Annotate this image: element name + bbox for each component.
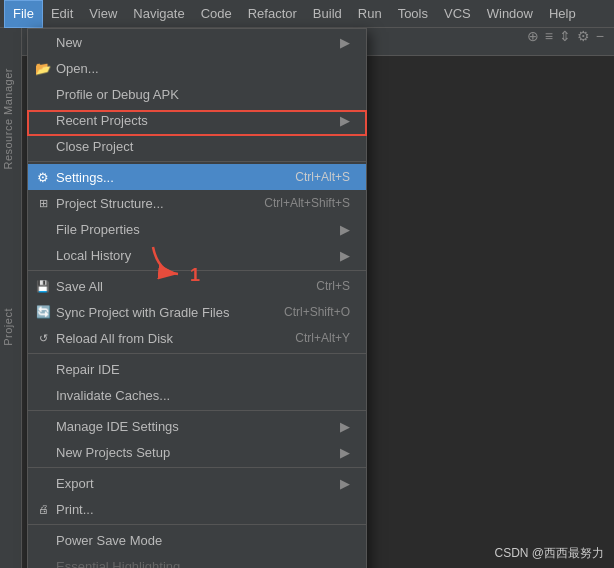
- new-projects-arrow-icon: ▶: [340, 445, 350, 460]
- sync-shortcut: Ctrl+Shift+O: [284, 305, 350, 319]
- menu-item-sync-label: Sync Project with Gradle Files: [56, 305, 229, 320]
- menu-item-new-projects-setup[interactable]: New Projects Setup ▶: [28, 439, 366, 465]
- menu-item-project-structure[interactable]: ⊞ Project Structure... Ctrl+Alt+Shift+S: [28, 190, 366, 216]
- separator-2: [28, 270, 366, 271]
- navigate-menu-label: Navigate: [133, 6, 184, 21]
- menubar-vcs[interactable]: VCS: [436, 0, 479, 28]
- menu-item-essential-highlight: Essential Highlighting: [28, 553, 366, 568]
- menubar-run[interactable]: Run: [350, 0, 390, 28]
- lines-icon[interactable]: ≡: [545, 28, 553, 44]
- menu-item-export[interactable]: Export ▶: [28, 470, 366, 496]
- structure-shortcut: Ctrl+Alt+Shift+S: [264, 196, 350, 210]
- menu-item-invalidate[interactable]: Invalidate Caches...: [28, 382, 366, 408]
- menu-item-profile-debug[interactable]: Profile or Debug APK: [28, 81, 366, 107]
- menu-item-local-history[interactable]: Local History ▶: [28, 242, 366, 268]
- menu-item-manage-ide-label: Manage IDE Settings: [56, 419, 179, 434]
- settings-gear-icon: ⚙: [34, 170, 52, 185]
- menu-item-new-projects-label: New Projects Setup: [56, 445, 170, 460]
- menu-item-open-label: Open...: [56, 61, 99, 76]
- project-tab[interactable]: Project: [2, 308, 14, 346]
- menu-item-highlight-label: Essential Highlighting: [56, 559, 180, 569]
- file-dropdown-menu: New ▶ 📂 Open... Profile or Debug APK Rec…: [27, 28, 367, 568]
- split-icon[interactable]: ⇕: [559, 28, 571, 44]
- menu-item-new-label: New: [56, 35, 82, 50]
- separator-3: [28, 353, 366, 354]
- settings-icon[interactable]: ⚙: [577, 28, 590, 44]
- menubar-view[interactable]: View: [81, 0, 125, 28]
- edit-menu-label: Edit: [51, 6, 73, 21]
- menubar-window[interactable]: Window: [479, 0, 541, 28]
- menu-item-settings[interactable]: ⚙ Settings... Ctrl+Alt+S: [28, 164, 366, 190]
- menubar-code[interactable]: Code: [193, 0, 240, 28]
- tools-menu-label: Tools: [398, 6, 428, 21]
- menu-item-close[interactable]: Close Project: [28, 133, 366, 159]
- menu-item-manage-ide[interactable]: Manage IDE Settings ▶: [28, 413, 366, 439]
- menu-item-print[interactable]: 🖨 Print...: [28, 496, 366, 522]
- separator-6: [28, 524, 366, 525]
- globe-icon[interactable]: ⊕: [527, 28, 539, 44]
- help-menu-label: Help: [549, 6, 576, 21]
- new-arrow-icon: ▶: [340, 35, 350, 50]
- open-icon: 📂: [34, 61, 52, 76]
- menubar-edit[interactable]: Edit: [43, 0, 81, 28]
- editor-toolbar: ⊕ ≡ ⇕ ⚙ −: [527, 28, 604, 44]
- menu-item-profile-label: Profile or Debug APK: [56, 87, 179, 102]
- menu-item-power-save[interactable]: Power Save Mode: [28, 527, 366, 553]
- reload-icon: ↺: [34, 332, 52, 345]
- view-menu-label: View: [89, 6, 117, 21]
- separator-1: [28, 161, 366, 162]
- menu-item-print-label: Print...: [56, 502, 94, 517]
- menu-item-repair[interactable]: Repair IDE: [28, 356, 366, 382]
- menu-item-recent-label: Recent Projects: [56, 113, 148, 128]
- menu-item-reload-label: Reload All from Disk: [56, 331, 173, 346]
- print-icon: 🖨: [34, 503, 52, 515]
- sync-icon: 🔄: [34, 305, 52, 319]
- settings-shortcut: Ctrl+Alt+S: [295, 170, 350, 184]
- file-menu-label: File: [13, 6, 34, 21]
- menu-item-repair-label: Repair IDE: [56, 362, 120, 377]
- manage-ide-arrow-icon: ▶: [340, 419, 350, 434]
- menubar-build[interactable]: Build: [305, 0, 350, 28]
- menu-item-recent[interactable]: Recent Projects ▶: [28, 107, 366, 133]
- recent-arrow-icon: ▶: [340, 113, 350, 128]
- menu-item-reload[interactable]: ↺ Reload All from Disk Ctrl+Alt+Y: [28, 325, 366, 351]
- separator-5: [28, 467, 366, 468]
- menubar-refactor[interactable]: Refactor: [240, 0, 305, 28]
- watermark: CSDN @西西最努力: [494, 545, 604, 562]
- refactor-menu-label: Refactor: [248, 6, 297, 21]
- menubar-file[interactable]: File: [4, 0, 43, 28]
- sidebar-panel: Resource Manager Project: [0, 28, 22, 568]
- menu-item-file-props-label: File Properties: [56, 222, 140, 237]
- code-menu-label: Code: [201, 6, 232, 21]
- menu-item-settings-label: Settings...: [56, 170, 114, 185]
- menu-item-save-all-label: Save All: [56, 279, 103, 294]
- resource-manager-tab[interactable]: Resource Manager: [2, 68, 14, 170]
- export-arrow-icon: ▶: [340, 476, 350, 491]
- run-menu-label: Run: [358, 6, 382, 21]
- build-menu-label: Build: [313, 6, 342, 21]
- vcs-menu-label: VCS: [444, 6, 471, 21]
- menubar: File Edit View Navigate Code Refactor Bu…: [0, 0, 614, 28]
- menu-item-invalidate-label: Invalidate Caches...: [56, 388, 170, 403]
- menu-item-sync[interactable]: 🔄 Sync Project with Gradle Files Ctrl+Sh…: [28, 299, 366, 325]
- menubar-help[interactable]: Help: [541, 0, 584, 28]
- menu-item-structure-label: Project Structure...: [56, 196, 164, 211]
- menu-item-file-props[interactable]: File Properties ▶: [28, 216, 366, 242]
- menu-item-power-save-label: Power Save Mode: [56, 533, 162, 548]
- menu-item-export-label: Export: [56, 476, 94, 491]
- save-all-icon: 💾: [34, 280, 52, 293]
- save-all-shortcut: Ctrl+S: [316, 279, 350, 293]
- menubar-navigate[interactable]: Navigate: [125, 0, 192, 28]
- structure-icon: ⊞: [34, 197, 52, 210]
- minimize-icon[interactable]: −: [596, 28, 604, 44]
- menu-item-open[interactable]: 📂 Open...: [28, 55, 366, 81]
- menu-item-history-label: Local History: [56, 248, 131, 263]
- window-menu-label: Window: [487, 6, 533, 21]
- menubar-tools[interactable]: Tools: [390, 0, 436, 28]
- menu-item-close-label: Close Project: [56, 139, 133, 154]
- menu-item-save-all[interactable]: 💾 Save All Ctrl+S: [28, 273, 366, 299]
- history-arrow-icon: ▶: [340, 248, 350, 263]
- file-props-arrow-icon: ▶: [340, 222, 350, 237]
- separator-4: [28, 410, 366, 411]
- menu-item-new[interactable]: New ▶: [28, 29, 366, 55]
